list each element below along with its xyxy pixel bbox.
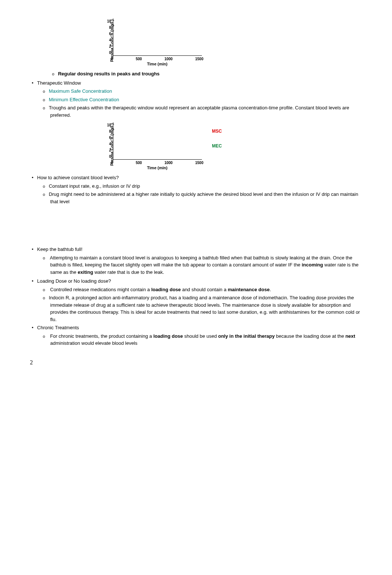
bathtub-title: Keep the bathtub full!	[37, 246, 83, 252]
chronic-item: For chronic treatments, the product cont…	[50, 333, 362, 347]
y-tick: 2	[106, 44, 111, 49]
bathtub-bold2: exiting	[78, 269, 93, 275]
y-tick: 4	[106, 141, 111, 147]
chronic-bold2: only in the initial therapy	[218, 333, 275, 339]
bathtub-bold1: incoming	[302, 262, 323, 268]
chart1-xlabel: Time (min)	[113, 61, 202, 67]
howto-text-1: Constant input rate, e.g., infusion or I…	[49, 183, 140, 189]
loading-1-pre: Controlled release medications might con…	[50, 287, 151, 292]
howto-item-2: Drug might need to be administered at a …	[50, 191, 362, 205]
bathtub-item: Attempting to maintain a constant blood …	[50, 254, 362, 276]
y-tick: 4	[106, 37, 111, 43]
page-number: 2	[30, 358, 362, 367]
y-tick: 0	[106, 154, 111, 159]
msc-text: Maximum Safe Concentration	[49, 88, 112, 94]
chronic-mid1: should be used	[183, 333, 218, 339]
chronic-pre: For chronic treatments, the product cont…	[50, 333, 154, 339]
chronic-mid2: because the loading dose at the	[275, 333, 345, 339]
loading-bullet: Loading Dose or No loading dose? Control…	[37, 278, 362, 323]
regular-dosing-item: Regular dosing results in peaks and trou…	[59, 70, 362, 78]
chart2-plot-area	[113, 122, 202, 160]
chart1-yticks: 10 8 6 4 2 0	[106, 18, 111, 55]
chronic-bold1: loading dose	[153, 333, 183, 339]
y-tick: 8	[106, 25, 111, 30]
chart2-yticks: 10 8 6 4 2 0	[106, 122, 111, 159]
chart-1-plot: Plasma Conc'n (mg/L) 10 8 6 4 2 0 0 500 …	[104, 18, 207, 63]
therapeutic-title: Therapeutic Window	[37, 80, 81, 86]
howto-item-1: Constant input rate, e.g., infusion or I…	[50, 183, 362, 190]
mec-annotation: MEC	[212, 143, 222, 149]
chronic-end: administration would elevate blood level…	[50, 340, 137, 346]
mec-text: Minimum Effective Concentration	[49, 97, 119, 102]
chart-2-plot: Plasma Conc'n (mg/L) 10 8 6 4 2 0 0 500 …	[104, 122, 207, 167]
y-tick: 10	[106, 122, 111, 128]
chronic-title: Chronic Treatments	[37, 325, 79, 330]
y-tick: 10	[106, 18, 111, 24]
howto-title: How to achieve constant blood levels?	[37, 175, 119, 180]
troughs-text: Troughs and peaks within the therapeutic…	[49, 105, 349, 118]
y-tick: 2	[106, 147, 111, 153]
loading-1-bold1: loading dose	[151, 287, 181, 292]
chart1-plot-area	[113, 18, 202, 56]
y-tick: 6	[106, 135, 111, 140]
y-tick: 0	[106, 50, 111, 55]
loading-1-mid: and should contain a	[181, 287, 228, 292]
loading-1-end: .	[269, 287, 271, 292]
msc-annotation: MSC	[212, 128, 222, 135]
chart2-xlabel: Time (min)	[113, 165, 202, 171]
therapeutic-item-mec: Minimum Effective Concentration	[50, 96, 362, 103]
loading-title: Loading Dose or No loading dose?	[37, 278, 111, 284]
howto-bullet: How to achieve constant blood levels? Co…	[37, 174, 362, 205]
chronic-bullet: Chronic Treatments For chronic treatment…	[37, 324, 362, 347]
y-tick: 6	[106, 31, 111, 37]
bathtub-end: water rate that is due to the leak.	[93, 269, 164, 275]
loading-item-1: Controlled release medications might con…	[50, 286, 362, 293]
chronic-bold3: next	[345, 333, 355, 339]
therapeutic-item-msc: Maximum Safe Concentration	[50, 88, 362, 95]
loading-item-2: Indocin R, a prolonged action anti-infla…	[50, 294, 362, 323]
y-tick: 8	[106, 129, 111, 134]
chart-1: Plasma Conc'n (mg/L) 10 8 6 4 2 0 0 500 …	[104, 18, 362, 63]
therapeutic-window-bullet: Therapeutic Window Maximum Safe Concentr…	[37, 79, 362, 119]
chart-2: Plasma Conc'n (mg/L) 10 8 6 4 2 0 0 500 …	[104, 122, 362, 167]
loading-1-bold2: maintenance dose	[228, 287, 269, 292]
loading-2-text: Indocin R, a prolonged action anti-infla…	[49, 295, 360, 322]
howto-text-2: Drug might need to be administered at a …	[49, 191, 358, 204]
bathtub-bullet: Keep the bathtub full! Attempting to mai…	[37, 246, 362, 276]
spacer	[30, 207, 362, 244]
regular-dosing-text: Regular dosing results in peaks and trou…	[58, 71, 159, 76]
therapeutic-item-troughs: Troughs and peaks within the therapeutic…	[50, 104, 362, 119]
